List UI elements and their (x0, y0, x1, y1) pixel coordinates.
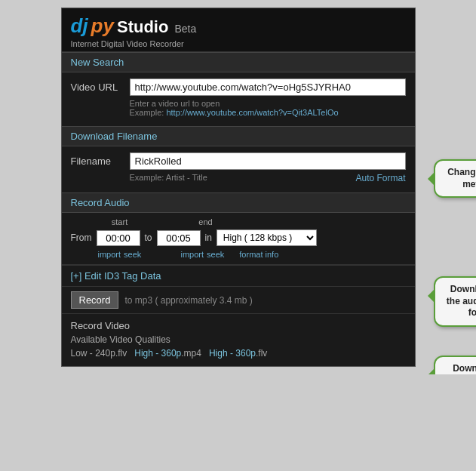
available-qualities-label: Available Video Qualities (71, 334, 406, 345)
quality-high-flv-label: High - 360p (209, 348, 256, 359)
video-url-row: Video URL (71, 78, 406, 96)
quality-links-row: Low - 240p.flv High - 360p.mp4 High - 36… (71, 348, 406, 363)
quality-high-mp4-label: High - 360p (134, 348, 181, 359)
new-search-label: New Search (71, 57, 124, 68)
quality-high-mp4-ext: .mp4 (181, 348, 201, 359)
tooltip-2: Download only the audio in mp3 format (434, 276, 477, 327)
tooltip-3: Download the Video (434, 356, 477, 374)
from-label: From (71, 232, 92, 243)
app-container: djpy Studio Beta Internet Digital Video … (61, 8, 416, 367)
in-label: in (205, 232, 212, 243)
quality-high-flv-ext: .flv (256, 348, 267, 359)
quality-high-mp4-link[interactable]: High - 360p.mp4 (134, 348, 201, 359)
record-info-text: to mp3 ( approximately 3.4 mb ) (124, 295, 252, 306)
start-time-input[interactable] (97, 230, 140, 246)
import-seek-row: import seek import seek format info (98, 248, 406, 260)
record-row: Record to mp3 ( approximately 3.4 mb ) (62, 287, 415, 313)
filename-example-label: Example: Artist - Title (130, 173, 207, 183)
record-video-title: Record Video (71, 320, 406, 331)
video-url-example-link[interactable]: http://www.youtube.com/watch?v=Qit3ALTel… (166, 108, 338, 117)
filename-input[interactable] (130, 152, 406, 170)
logo-studio: Studio (117, 17, 168, 37)
quality-low-link[interactable]: Low - 240p.flv (71, 348, 127, 359)
import1-link[interactable]: import (98, 250, 121, 259)
end-time-input[interactable] (157, 230, 201, 246)
header: djpy Studio Beta Internet Digital Video … (62, 8, 415, 52)
filename-label: Filename (71, 155, 124, 167)
new-search-bar[interactable]: New Search (62, 52, 415, 72)
filename-hints-row: Example: Artist - Title Auto Format (130, 173, 406, 183)
quality-low-label: Low - 240p (71, 348, 115, 359)
filename-row: Filename (71, 152, 406, 170)
import-seek-group-2: import seek (181, 250, 225, 259)
filename-section: Filename Example: Artist - Title Auto Fo… (62, 146, 415, 192)
tooltip-1: Change detailed metadata (434, 159, 477, 198)
download-filename-bar: Download Filename (62, 126, 415, 146)
quality-low-ext: .flv (115, 348, 127, 359)
seek2-link[interactable]: seek (207, 250, 224, 259)
download-filename-bar-label: Download Filename (71, 131, 158, 142)
video-url-label: Video URL (71, 82, 124, 93)
quality-select[interactable]: High ( 128 kbps ) Medium ( 96 kbps ) Low… (217, 229, 317, 246)
video-url-section: Video URL Enter a video url to open Exam… (62, 72, 415, 126)
record-audio-content: start end From to in High ( 128 kbps ) M… (62, 213, 415, 264)
logo-beta: Beta (174, 23, 196, 35)
record-audio-bar: Record Audio (62, 192, 415, 213)
logo-dj: dj (71, 14, 88, 38)
to-label: to (145, 232, 152, 243)
start-label: start (98, 217, 142, 226)
logo-area: djpy Studio Beta (71, 14, 406, 38)
video-url-hint-text: Enter a video url to open (130, 99, 220, 108)
import-seek-group-1: import seek (98, 250, 152, 259)
edit-id3-row[interactable]: [+] Edit ID3 Tag Data (62, 265, 415, 286)
auto-format-link[interactable]: Auto Format (355, 173, 405, 183)
watermark: groovyPost.com (61, 373, 121, 374)
from-row: From to in High ( 128 kbps ) Medium ( 96… (71, 229, 406, 246)
seek1-link[interactable]: seek (124, 250, 141, 259)
record-audio-bar-label: Record Audio (71, 197, 130, 208)
record-video-section: Record Video Available Video Qualities L… (62, 314, 415, 366)
tagline: Internet Digital Video Recorder (71, 39, 406, 48)
quality-high-flv-link[interactable]: High - 360p.flv (209, 348, 267, 359)
video-url-input[interactable] (130, 78, 406, 96)
format-info-link[interactable]: format info (239, 250, 278, 259)
video-url-hint: Enter a video url to open Example: http:… (130, 99, 406, 117)
record-button[interactable]: Record (71, 291, 119, 309)
end-label: end (184, 217, 228, 226)
logo-py: py (91, 14, 114, 38)
start-end-labels: start end (98, 217, 406, 226)
edit-id3-label: [+] Edit ID3 Tag Data (71, 270, 161, 282)
video-url-example-text: Example: (130, 108, 164, 117)
import2-link[interactable]: import (181, 250, 204, 259)
